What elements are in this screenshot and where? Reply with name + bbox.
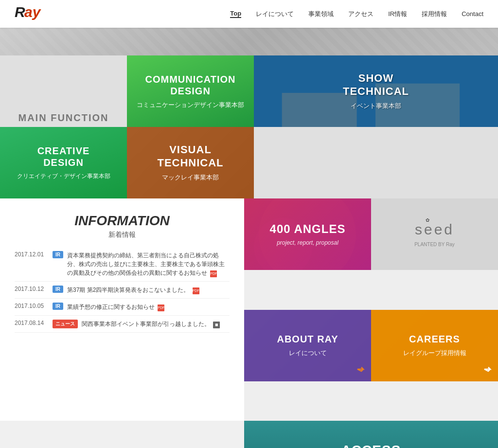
pdf-icon: ◼ bbox=[213, 322, 220, 328]
comm-design-title: COMMUNICATIONDESIGN bbox=[145, 73, 236, 97]
svg-text:R: R bbox=[15, 4, 25, 20]
creative-design-title: CREATIVEDESIGN bbox=[37, 145, 90, 168]
info-text: 業績予想の修正に関するお知らせ PDF bbox=[67, 303, 164, 311]
nav-ir[interactable]: IR情報 bbox=[388, 10, 407, 18]
information-panel: INFORMATION 新着情報 2017.12.01 IR 資本業務提携契約の… bbox=[0, 198, 244, 421]
svg-marker-3 bbox=[484, 367, 490, 371]
information-list[interactable]: 2017.12.01 IR 資本業務提携契約の締結、第三者割当による自己株式の処… bbox=[15, 247, 230, 412]
access-title: ACCESS bbox=[341, 442, 401, 448]
main-nav: Top レイについて 事業領域 アクセス IR情報 採用情報 Contact bbox=[230, 10, 483, 18]
about-arrow-icon bbox=[356, 364, 366, 375]
info-date: 2017.10.12 bbox=[15, 286, 49, 292]
tile-visual-technical[interactable]: VISUALTECHNICAL マックレイ事業本部 bbox=[127, 127, 254, 198]
tile-access[interactable]: ACCESS 事業所一覧 bbox=[244, 421, 498, 448]
main-function-title: MAIN FUNCTION bbox=[18, 112, 109, 124]
nav-careers[interactable]: 採用情報 bbox=[422, 10, 447, 18]
tile-creative-design[interactable]: CREATIVEDESIGN クリエイティブ・デザイン事業本部 bbox=[0, 127, 127, 198]
angles-desc: project, report, proposal bbox=[277, 239, 338, 246]
pdf-icon: PDF bbox=[158, 305, 164, 311]
about-ray-subtitle: レイについて bbox=[289, 349, 327, 358]
tile-show-technical[interactable]: SHOWTECHNICAL イベント事業本部 bbox=[254, 55, 498, 127]
hero-banner bbox=[0, 28, 498, 55]
show-technical-title: SHOWTECHNICAL bbox=[343, 72, 409, 98]
info-date: 2017.08.14 bbox=[15, 320, 49, 326]
main-function-spacer bbox=[254, 127, 498, 198]
info-tag-ir: IR bbox=[53, 251, 63, 258]
info-date: 2017.12.01 bbox=[15, 251, 49, 258]
careers-subtitle: レイグループ採用情報 bbox=[403, 349, 466, 358]
nav-business[interactable]: 事業領域 bbox=[308, 10, 334, 18]
careers-title: CAREERS bbox=[409, 333, 460, 345]
logo: R ay bbox=[15, 3, 53, 24]
tile-about-ray[interactable]: ABOUT Ray レイについて bbox=[244, 310, 371, 381]
info-tag-ir: IR bbox=[53, 303, 63, 310]
show-technical-subtitle: イベント事業本部 bbox=[351, 102, 401, 110]
creative-design-subtitle: クリエイティブ・デザイン事業本部 bbox=[17, 172, 110, 180]
row-5: ACCESS 事業所一覧 bbox=[0, 421, 498, 448]
info-tag-news: ニュース bbox=[53, 320, 78, 328]
nav-top[interactable]: Top bbox=[230, 10, 241, 18]
info-date: 2017.10.05 bbox=[15, 303, 49, 309]
info-item: 2017.10.05 IR 業績予想の修正に関するお知らせ PDF bbox=[15, 299, 230, 316]
pdf-icon: PDF bbox=[210, 270, 217, 277]
header: R ay Top レイについて 事業領域 アクセス IR情報 採用情報 Cont… bbox=[0, 0, 498, 28]
angles-title: 400 ANGLES bbox=[270, 222, 346, 236]
tile-communication-design[interactable]: COMMUNICATIONDESIGN コミュニケーションデザイン事業本部 bbox=[127, 55, 254, 127]
access-spacer bbox=[0, 421, 244, 448]
tile-careers[interactable]: CAREERS レイグループ採用情報 bbox=[371, 310, 498, 381]
nav-access[interactable]: アクセス bbox=[348, 10, 374, 18]
tile-400-angles[interactable]: 400 ANGLES project, report, proposal bbox=[244, 198, 371, 270]
pdf-icon: PDF bbox=[193, 287, 199, 294]
info-tag-ir: IR bbox=[53, 286, 63, 293]
info-text: 資本業務提携契約の締結、第三者割当による自己株式の処分、株式の売出し並びに主要株… bbox=[67, 251, 230, 277]
info-item: 2017.12.01 IR 資本業務提携契約の締結、第三者割当による自己株式の処… bbox=[15, 247, 230, 282]
row-1: COMMUNICATIONDESIGN コミュニケーションデザイン事業本部 SH… bbox=[0, 55, 498, 127]
info-text: 第37期 第2四半期決算発表をおこないました。 PDF bbox=[67, 286, 199, 294]
about-ray-title: ABOUT Ray bbox=[277, 333, 338, 345]
information-title: INFORMATION bbox=[15, 213, 230, 229]
svg-marker-2 bbox=[357, 367, 363, 371]
careers-arrow-icon bbox=[482, 364, 493, 375]
svg-text:ay: ay bbox=[24, 4, 41, 20]
info-item: 2017.08.14 ニュース 関西事業本部イベント事業部が引っ越しました。 ◼ bbox=[15, 316, 230, 333]
content-area: COMMUNICATIONDESIGN コミュニケーションデザイン事業本部 SH… bbox=[0, 55, 498, 448]
visual-technical-title: VISUALTECHNICAL bbox=[157, 143, 223, 169]
info-text: 関西事業本部イベント事業部が引っ越しました。 ◼ bbox=[82, 320, 220, 328]
row-2: CREATIVEDESIGN クリエイティブ・デザイン事業本部 VISUALTE… bbox=[0, 127, 498, 198]
nav-contact[interactable]: Contact bbox=[462, 10, 483, 18]
seed-subtitle: PLANTED BY Ray bbox=[414, 242, 455, 247]
row-3: INFORMATION 新着情報 2017.12.01 IR 資本業務提携契約の… bbox=[0, 198, 498, 421]
seed-logo: se✿ed bbox=[415, 221, 454, 238]
visual-technical-subtitle: マックレイ事業本部 bbox=[162, 173, 219, 182]
nav-about[interactable]: レイについて bbox=[256, 10, 294, 18]
info-item: 2017.10.12 IR 第37期 第2四半期決算発表をおこないました。 PD… bbox=[15, 282, 230, 299]
information-subtitle: 新着情報 bbox=[15, 231, 230, 239]
tile-seed[interactable]: se✿ed PLANTED BY Ray bbox=[371, 198, 498, 270]
comm-design-subtitle: コミュニケーションデザイン事業本部 bbox=[137, 101, 244, 109]
